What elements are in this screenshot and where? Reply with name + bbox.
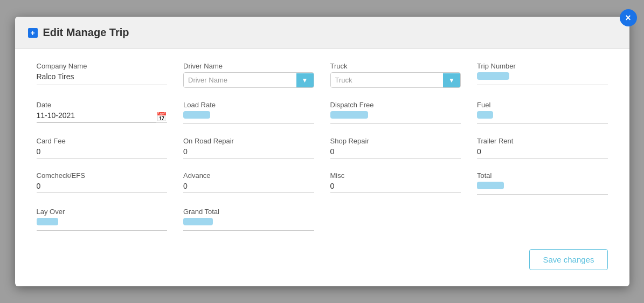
trailer-rent-field[interactable]: Trailer Rent [477,137,608,159]
grand-total-value [183,218,314,231]
card-fee-input[interactable] [37,147,168,159]
on-road-repair-field[interactable]: On Road Repair [183,137,314,159]
advance-input[interactable] [183,182,314,193]
dispatch-free-field[interactable]: Dispatch Free [330,101,461,124]
header-plus-icon: + [28,28,38,38]
spacer-1 [330,208,461,231]
save-changes-button[interactable]: Save changes [529,249,607,270]
grand-total-field[interactable]: Grand Total [183,208,314,231]
on-road-repair-input[interactable] [183,147,314,159]
driver-name-select-wrapper[interactable]: Driver Name ▼ [183,72,314,88]
total-label: Total [477,171,608,180]
trip-number-blurred [477,72,509,80]
fuel-label: Fuel [477,101,608,109]
grand-total-label: Grand Total [183,208,314,216]
card-fee-field[interactable]: Card Fee [37,137,168,159]
dispatch-free-label: Dispatch Free [330,101,461,109]
lay-over-field[interactable]: Lay Over [37,208,168,231]
modal-footer: Save changes [15,244,629,270]
modal-container: + Edit Manage Trip × Company Name Ralco … [15,17,629,286]
lay-over-blurred [37,218,58,225]
advance-field[interactable]: Advance [183,171,314,195]
dispatch-free-blurred [330,111,368,119]
comcheck-efs-field[interactable]: Comcheck/EFS [37,171,168,195]
trip-number-field: Trip Number [477,62,608,88]
fuel-field[interactable]: Fuel [477,101,608,124]
company-name-label: Company Name [37,62,168,70]
date-label: Date [37,101,168,109]
driver-name-label: Driver Name [183,62,314,70]
form-grid: Company Name Ralco Tires Driver Name Dri… [37,62,608,231]
driver-name-select[interactable]: Driver Name [184,73,296,87]
total-field: Total [477,171,608,195]
dispatch-free-value [330,111,461,124]
load-rate-label: Load Rate [183,101,314,109]
driver-name-dropdown-arrow[interactable]: ▼ [296,73,314,87]
comcheck-efs-label: Comcheck/EFS [37,171,168,180]
load-rate-value [183,111,314,124]
grand-total-blurred [183,218,213,225]
total-value [477,182,608,195]
company-name-value: Ralco Tires [37,72,168,85]
trailer-rent-input[interactable] [477,147,608,159]
driver-name-field[interactable]: Driver Name Driver Name ▼ [183,62,314,88]
modal-body: Company Name Ralco Tires Driver Name Dri… [15,49,629,244]
load-rate-field[interactable]: Load Rate [183,101,314,124]
spacer-2 [477,208,608,231]
total-blurred [477,182,504,189]
on-road-repair-label: On Road Repair [183,137,314,145]
misc-label: Misc [330,171,461,180]
modal-title: Edit Manage Trip [43,26,129,39]
misc-field[interactable]: Misc [330,171,461,195]
date-input[interactable] [37,111,157,122]
lay-over-label: Lay Over [37,208,168,216]
comcheck-efs-input[interactable] [37,182,168,193]
company-name-field: Company Name Ralco Tires [37,62,168,88]
truck-field[interactable]: Truck Truck ▼ [330,62,461,88]
truck-label: Truck [330,62,461,70]
fuel-value [477,111,608,124]
calendar-icon[interactable]: 📅 [156,112,167,122]
load-rate-blurred [183,111,210,119]
close-button[interactable]: × [620,9,637,26]
lay-over-value [37,218,168,231]
shop-repair-input[interactable] [330,147,461,159]
fuel-blurred [477,111,493,119]
truck-dropdown-arrow[interactable]: ▼ [443,73,460,87]
trailer-rent-label: Trailer Rent [477,137,608,145]
date-field[interactable]: Date 📅 [37,101,168,124]
misc-input[interactable] [330,182,461,193]
truck-select-wrapper[interactable]: Truck ▼ [330,72,461,88]
trip-number-value [477,72,608,85]
shop-repair-field[interactable]: Shop Repair [330,137,461,159]
card-fee-label: Card Fee [37,137,168,145]
modal-header: + Edit Manage Trip [15,17,629,49]
advance-label: Advance [183,171,314,180]
shop-repair-label: Shop Repair [330,137,461,145]
truck-select[interactable]: Truck [331,73,444,87]
trip-number-label: Trip Number [477,62,608,70]
